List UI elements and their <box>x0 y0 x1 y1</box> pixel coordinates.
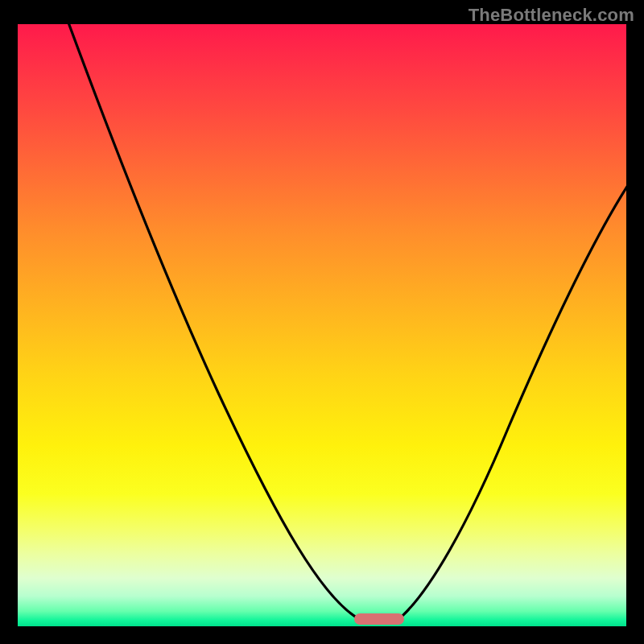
optimal-marker <box>354 613 404 625</box>
curve-path <box>66 24 626 621</box>
plot-area <box>18 24 626 626</box>
chart-frame: TheBottleneck.com <box>0 0 644 644</box>
watermark-text: TheBottleneck.com <box>469 5 634 26</box>
bottleneck-curve <box>18 24 626 626</box>
